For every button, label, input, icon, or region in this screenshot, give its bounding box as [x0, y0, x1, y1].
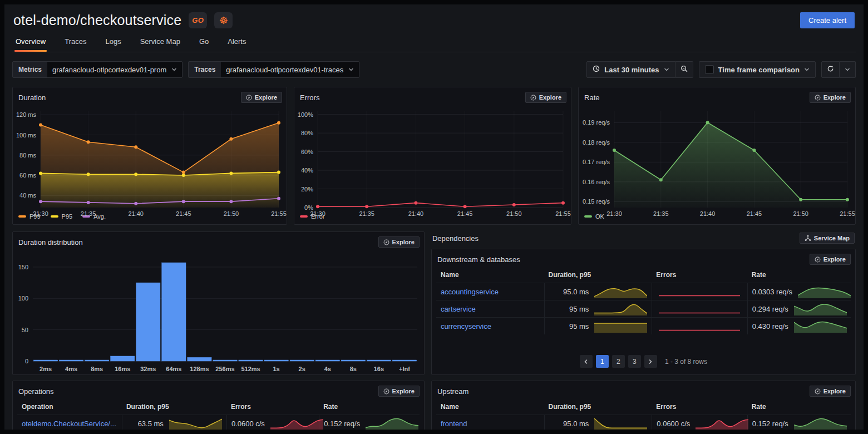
svg-text:120 ms: 120 ms — [16, 111, 37, 118]
create-alert-button[interactable]: Create alert — [800, 12, 855, 28]
kubernetes-badge: ☸ — [214, 12, 233, 28]
table-row: oteldemo.CheckoutService/...63.5 ms0.060… — [17, 415, 420, 430]
service-link[interactable]: cartservice — [441, 305, 476, 313]
svg-text:8ms: 8ms — [91, 366, 103, 372]
svg-text:21:40: 21:40 — [128, 210, 144, 217]
svg-text:256ms: 256ms — [215, 366, 234, 372]
svg-text:100: 100 — [18, 295, 28, 302]
tab-overview[interactable]: Overview — [14, 34, 47, 52]
explore-button[interactable]: Explore — [525, 92, 566, 103]
downstream-table: NameDuration, p95ErrorsRateaccountingser… — [432, 267, 855, 334]
rate-value: 0.430 req/s — [752, 322, 794, 331]
name-cell: currencyservice — [436, 318, 544, 334]
time-range-picker[interactable]: Last 30 minutes — [586, 61, 675, 78]
pagination-page-button[interactable]: 2 — [612, 355, 625, 368]
operations-panel: Operations Explore OperationDuration, p9… — [12, 381, 425, 430]
column-header: Name — [436, 399, 544, 415]
pagination-page-button[interactable]: 1 — [596, 355, 609, 368]
svg-text:40 ms: 40 ms — [19, 192, 36, 199]
errors-sparkline — [270, 416, 323, 430]
pagination-buttons: 123 — [580, 355, 657, 368]
service-map-button[interactable]: Service Map — [800, 233, 855, 244]
tab-go[interactable]: Go — [198, 34, 210, 52]
duration-cell: 95.0 ms — [544, 415, 652, 430]
duration-sparkline — [169, 416, 222, 430]
explore-icon — [815, 388, 821, 394]
name-cell: cartservice — [436, 300, 544, 317]
go-icon: GO — [192, 16, 204, 24]
metrics-label: Metrics — [13, 62, 47, 77]
explore-button[interactable]: Explore — [378, 386, 420, 397]
refresh-interval-dropdown[interactable] — [840, 61, 856, 78]
traces-value: grafanacloud-otlpcortexdev01-traces — [221, 62, 348, 77]
time-frame-comparison-toggle[interactable]: Time frame comparison — [699, 61, 816, 78]
panel-title: Operations — [18, 387, 54, 396]
rate-sparkline — [366, 416, 418, 430]
rate-cell: 0.0303 req/s — [747, 283, 851, 300]
svg-text:40%: 40% — [301, 167, 313, 174]
svg-text:21:50: 21:50 — [506, 210, 522, 217]
errors-sparkline — [659, 302, 740, 316]
app-window: otel-demo/checkoutservice GO ☸ Create al… — [0, 0, 868, 434]
duration-chart[interactable]: 40 ms60 ms80 ms100 ms120 ms21:3021:3521:… — [13, 105, 287, 212]
explore-button[interactable]: Explore — [241, 92, 282, 103]
svg-text:21:55: 21:55 — [840, 210, 855, 217]
errors-sparkline — [696, 416, 748, 430]
tab-logs[interactable]: Logs — [104, 34, 122, 52]
svg-text:50: 50 — [22, 327, 28, 333]
duration-sparkline — [594, 319, 647, 333]
duration-distribution-panel: Duration distribution Explore 0501001502… — [12, 231, 425, 375]
rate-chart[interactable]: 0.15 req/s0.16 req/s0.17 req/s0.18 req/s… — [579, 105, 855, 212]
service-link[interactable]: accountingservice — [441, 288, 499, 296]
clock-icon — [593, 65, 600, 74]
tab-alerts[interactable]: Alerts — [226, 34, 247, 52]
refresh-button[interactable] — [821, 61, 840, 78]
duration-sparkline — [594, 302, 647, 316]
explore-button[interactable]: Explore — [810, 386, 851, 397]
metrics-datasource-picker[interactable]: Metrics grafanacloud-otlpcortexdev01-pro… — [12, 61, 183, 78]
explore-button[interactable]: Explore — [378, 236, 420, 248]
traces-datasource-picker[interactable]: Traces grafanacloud-otlpcortexdev01-trac… — [188, 61, 359, 78]
service-link[interactable]: frontend — [441, 420, 467, 428]
explore-button[interactable]: Explore — [810, 92, 851, 103]
rate-panel: Rate Explore 0.15 req/s0.16 req/s0.17 re… — [578, 87, 856, 225]
pagination-next-button[interactable] — [644, 355, 657, 368]
errors-panel: Errors Explore 0%20%40%60%80%100%21:3021… — [294, 87, 571, 225]
duration-distribution-chart[interactable]: 0501001502ms4ms8ms16ms32ms64ms128ms256ms… — [13, 250, 424, 374]
traces-label: Traces — [189, 62, 221, 77]
service-link[interactable]: currencyservice — [441, 322, 491, 331]
rate-value: 0.0303 req/s — [752, 288, 798, 296]
svg-text:21:35: 21:35 — [81, 210, 96, 217]
svg-text:0.15 req/s: 0.15 req/s — [583, 198, 610, 205]
duration-cell: 95.0 ms — [544, 283, 652, 300]
comparison-checkbox[interactable] — [705, 65, 714, 74]
duration-value: 95.0 ms — [549, 288, 595, 296]
errors-chart[interactable]: 0%20%40%60%80%100%21:3021:3521:4021:4521… — [294, 105, 571, 212]
service-link[interactable]: oteldemo.CheckoutService/... — [22, 420, 116, 428]
operations-table: OperationDuration, p95ErrorsRateoteldemo… — [13, 399, 424, 430]
svg-text:100 ms: 100 ms — [16, 132, 37, 139]
tab-traces[interactable]: Traces — [63, 34, 87, 52]
rate-cell: 0.294 req/s — [747, 300, 851, 317]
svg-text:16ms: 16ms — [115, 366, 130, 372]
pagination-prev-button[interactable] — [580, 355, 593, 368]
errors-value: 0.0600 c/s — [657, 420, 696, 428]
pagination-page-button[interactable]: 3 — [628, 355, 641, 368]
svg-text:0.18 req/s: 0.18 req/s — [583, 139, 610, 146]
duration-sparkline — [594, 284, 647, 299]
metrics-value: grafanacloud-otlpcortexdev01-prom — [47, 62, 171, 77]
svg-text:21:50: 21:50 — [224, 210, 239, 217]
svg-text:0.16 req/s: 0.16 req/s — [583, 179, 610, 185]
svg-text:150: 150 — [18, 264, 28, 270]
time-picker-group: Last 30 minutes — [586, 61, 693, 78]
explore-button[interactable]: Explore — [810, 254, 851, 265]
tab-service-map[interactable]: Service Map — [139, 34, 181, 52]
svg-text:21:50: 21:50 — [793, 210, 808, 217]
zoom-out-button[interactable] — [675, 61, 693, 78]
duration-cell: 95 ms — [544, 318, 652, 334]
errors-cell: 0.0600 c/s — [652, 415, 747, 430]
svg-text:21:55: 21:55 — [271, 210, 287, 217]
top-panels-row: Duration Explore 40 ms60 ms80 ms100 ms12… — [12, 87, 856, 225]
svg-text:2ms: 2ms — [40, 366, 52, 372]
svg-text:80 ms: 80 ms — [19, 152, 36, 159]
